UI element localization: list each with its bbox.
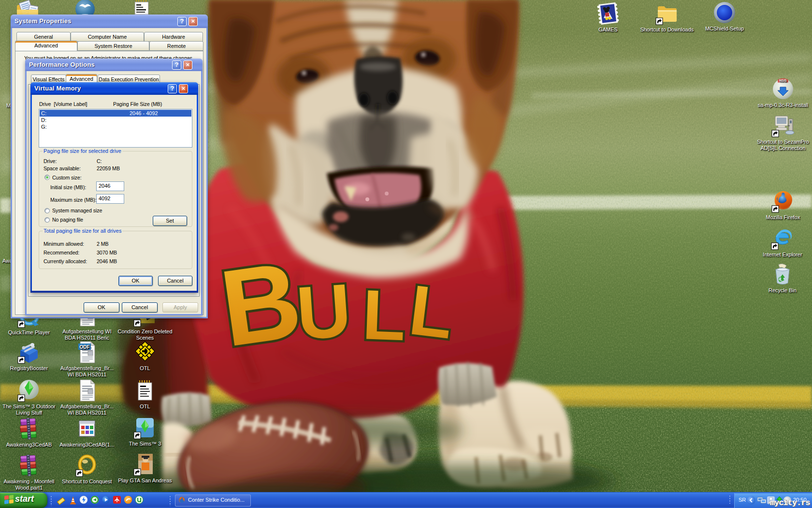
svg-text:B: B	[214, 239, 308, 369]
svg-text:U: U	[294, 268, 354, 355]
svg-text:L: L	[361, 275, 407, 355]
svg-text:ODF: ODF	[79, 344, 89, 350]
svg-text:NSIS: NSIS	[779, 79, 787, 82]
